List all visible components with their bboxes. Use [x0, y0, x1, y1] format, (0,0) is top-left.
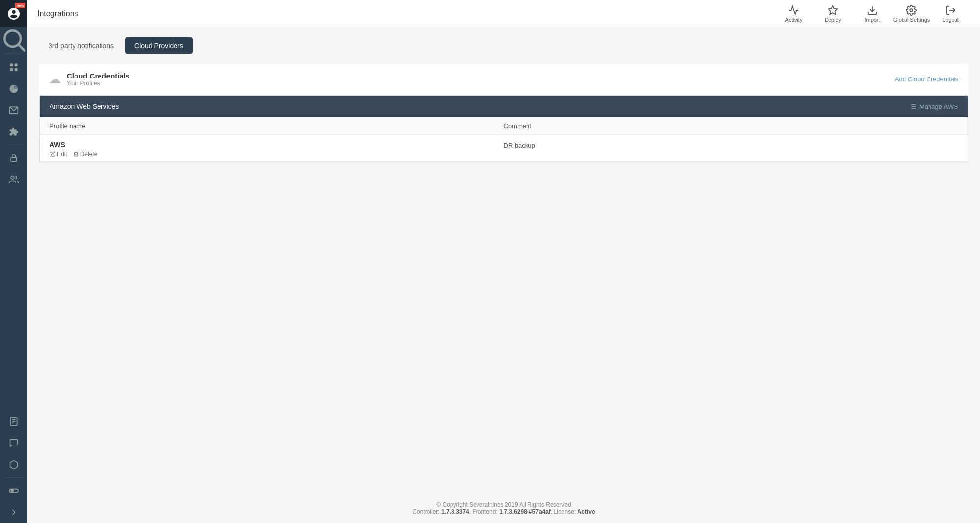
- sidebar-item-reports[interactable]: [0, 78, 27, 100]
- version-text: Controller: 1.7.3.3374, Frontend: 1.7.3.…: [35, 508, 972, 515]
- deploy-label: Deploy: [825, 17, 841, 23]
- pie-chart-icon: [9, 84, 19, 94]
- edit-icon: [50, 151, 55, 157]
- manage-aws-button[interactable]: Manage AWS: [909, 103, 958, 110]
- credentials-header: ☁ Cloud Credentials Your Profiles Add Cl…: [39, 64, 968, 95]
- add-credentials-label: Add Cloud Credentials: [895, 76, 958, 83]
- license-value: Active: [578, 508, 595, 515]
- import-button[interactable]: Import: [853, 0, 892, 27]
- logo[interactable]: new: [0, 0, 27, 27]
- toggle-icon: [9, 486, 19, 496]
- logout-button[interactable]: Logout: [931, 0, 970, 27]
- frontend-version: 1.7.3.6298-#57a4af: [499, 508, 551, 515]
- new-badge: new: [15, 3, 25, 8]
- logout-label: Logout: [942, 17, 959, 23]
- activity-icon: [788, 5, 799, 16]
- activity-button[interactable]: Activity: [774, 0, 813, 27]
- aws-header: Amazon Web Services Manage AWS: [40, 96, 968, 117]
- copyright-text: © Copyright Severalnines 2019 All Rights…: [35, 501, 972, 508]
- svg-rect-2: [10, 64, 13, 67]
- col-comment-value: DR backup: [504, 141, 958, 157]
- edit-label: Edit: [57, 151, 67, 157]
- logout-icon: [945, 5, 956, 16]
- frontend-label: Frontend:: [472, 508, 497, 515]
- controller-version: 1.7.3.3374: [441, 508, 469, 515]
- tabs-container: 3rd party notifications Cloud Providers: [39, 37, 968, 54]
- grid-icon: [9, 62, 19, 72]
- sidebar-divider-1: [5, 54, 23, 54]
- sidebar-item-chat[interactable]: [0, 432, 27, 454]
- credentials-info: Cloud Credentials Your Profiles: [67, 72, 129, 87]
- tab-cloud-providers[interactable]: Cloud Providers: [125, 37, 193, 54]
- deploy-icon: [828, 5, 838, 16]
- svg-point-14: [11, 490, 13, 492]
- manage-aws-label: Manage AWS: [919, 103, 958, 110]
- topbar-actions: Activity Deploy Import: [774, 0, 970, 27]
- edit-button[interactable]: Edit: [50, 151, 67, 157]
- svg-rect-3: [15, 64, 18, 67]
- col-header-comment: Comment: [504, 122, 958, 130]
- svg-rect-4: [10, 68, 13, 71]
- page-content: 3rd party notifications Cloud Providers …: [27, 27, 980, 494]
- global-settings-button[interactable]: Global Settings: [892, 0, 931, 27]
- cloud-icon: ☁: [49, 73, 61, 86]
- search-button[interactable]: [0, 27, 27, 52]
- sidebar: new: [0, 0, 27, 523]
- doc-icon: [9, 417, 19, 426]
- deploy-button[interactable]: Deploy: [813, 0, 853, 27]
- add-credentials-button[interactable]: Add Cloud Credentials: [893, 76, 958, 83]
- sidebar-item-dashboard[interactable]: [0, 56, 27, 78]
- sidebar-item-integrations[interactable]: [0, 121, 27, 143]
- svg-marker-15: [829, 5, 837, 14]
- aws-section-title: Amazon Web Services: [50, 103, 119, 110]
- sidebar-item-users[interactable]: [0, 169, 27, 190]
- lock-icon: [9, 153, 19, 163]
- delete-label: Delete: [80, 151, 98, 157]
- sidebar-item-expand[interactable]: [0, 501, 27, 523]
- table-row: AWS Edit: [40, 135, 968, 162]
- tab-third-party[interactable]: 3rd party notifications: [39, 37, 123, 54]
- svg-point-17: [910, 9, 913, 12]
- aws-section: Amazon Web Services Manage AWS Profile n…: [39, 95, 968, 162]
- svg-line-1: [19, 45, 25, 52]
- row-actions: Edit Delete: [50, 151, 504, 157]
- footer: © Copyright Severalnines 2019 All Rights…: [27, 494, 980, 523]
- col-header-profile: Profile name: [50, 122, 504, 130]
- import-label: Import: [864, 17, 879, 23]
- search-icon: [0, 26, 27, 53]
- sidebar-item-toggle[interactable]: [0, 480, 27, 501]
- credentials-header-left: ☁ Cloud Credentials Your Profiles: [49, 72, 129, 87]
- svg-rect-7: [11, 157, 17, 161]
- sidebar-divider-3: [5, 477, 23, 478]
- import-icon: [867, 5, 878, 16]
- box-icon: [9, 460, 19, 470]
- page-title: Integrations: [37, 9, 78, 18]
- profile-name: AWS: [50, 141, 504, 149]
- credentials-title: Cloud Credentials: [67, 72, 129, 80]
- puzzle-icon: [9, 127, 19, 137]
- delete-button[interactable]: Delete: [73, 151, 98, 157]
- svg-rect-5: [15, 68, 18, 71]
- table-header: Profile name Comment: [40, 117, 968, 135]
- main-content: Integrations Activity Deploy: [27, 0, 980, 523]
- sidebar-item-security[interactable]: [0, 147, 27, 169]
- trash-icon: [73, 151, 79, 157]
- col-profile-value: AWS Edit: [50, 141, 504, 157]
- sidebar-item-notifications[interactable]: [0, 100, 27, 121]
- list-icon: [909, 103, 917, 110]
- credentials-subtitle: Your Profiles: [67, 80, 129, 87]
- logo-icon: [6, 6, 21, 21]
- sidebar-item-logs[interactable]: [0, 411, 27, 432]
- chevron-right-icon: [9, 507, 19, 517]
- sidebar-item-store[interactable]: [0, 454, 27, 475]
- settings-icon: [906, 5, 917, 16]
- svg-point-8: [11, 176, 14, 180]
- mail-icon: [9, 105, 19, 115]
- sidebar-divider-2: [5, 145, 23, 145]
- svg-point-0: [4, 30, 21, 47]
- global-settings-label: Global Settings: [893, 17, 930, 23]
- license-label: License:: [554, 508, 576, 515]
- topbar: Integrations Activity Deploy: [27, 0, 980, 27]
- controller-label: Controller:: [412, 508, 439, 515]
- chat-icon: [9, 438, 19, 448]
